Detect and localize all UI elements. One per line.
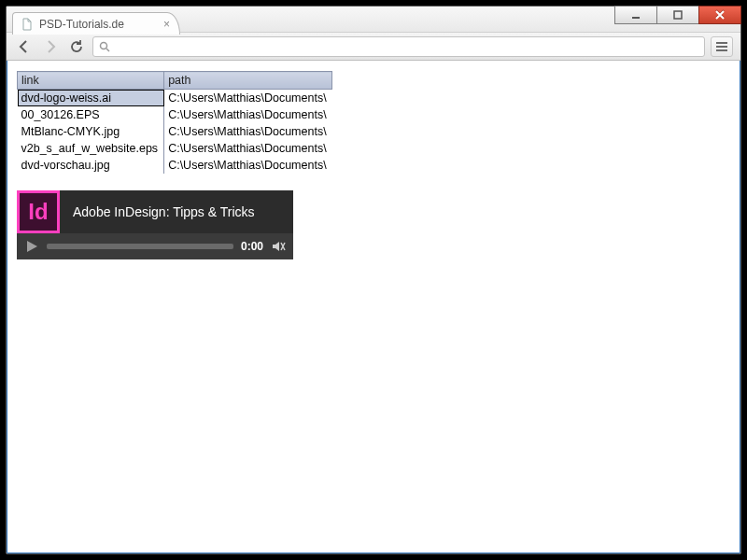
browser-toolbar [7,33,740,61]
video-player: Id Adobe InDesign: Tipps & Tricks 0:00 [17,190,293,259]
cell-link: dvd-logo-weiss.ai [18,90,164,107]
maximize-button[interactable] [656,6,699,24]
close-tab-icon[interactable]: × [163,18,170,31]
links-table: link path dvd-logo-weiss.aiC:\Users\Matt… [17,71,332,174]
address-bar[interactable] [92,36,705,57]
back-button[interactable] [14,36,35,57]
forward-button[interactable] [40,36,61,57]
table-row[interactable]: v2b_s_auf_w_website.epsC:\Users\Matthias… [18,140,332,157]
cell-path: C:\Users\Matthias\Documents\ [164,90,332,107]
mute-button[interactable] [271,239,286,254]
column-header-path[interactable]: path [164,72,332,90]
column-header-link[interactable]: link [18,72,164,90]
svg-rect-1 [674,11,682,19]
play-button[interactable] [24,239,39,254]
table-row[interactable]: dvd-logo-weiss.aiC:\Users\Matthias\Docum… [18,90,332,107]
cell-path: C:\Users\Matthias\Documents\ [164,157,332,174]
close-window-button[interactable] [698,6,741,24]
cell-link: MtBlanc-CMYK.jpg [18,123,164,140]
chrome-menu-button[interactable] [711,36,733,57]
tab-title: PSD-Tutorials.de [39,18,124,31]
minimize-button[interactable] [614,6,657,24]
video-header: Id Adobe InDesign: Tipps & Tricks [17,190,293,233]
svg-point-2 [101,42,107,49]
table-row[interactable]: dvd-vorschau.jpgC:\Users\Matthias\Docume… [18,157,332,174]
video-controls: 0:00 [17,233,293,259]
browser-window: PSD-Tutorials.de × link path [6,6,741,554]
cell-link: dvd-vorschau.jpg [18,157,164,174]
cell-link: v2b_s_auf_w_website.eps [18,140,164,157]
table-row[interactable]: 00_30126.EPSC:\Users\Matthias\Documents\ [18,106,332,123]
cell-path: C:\Users\Matthias\Documents\ [164,123,332,140]
indesign-app-icon: Id [17,190,60,233]
browser-tab[interactable]: PSD-Tutorials.de × [12,12,180,35]
tab-strip: PSD-Tutorials.de × [12,10,180,35]
cell-path: C:\Users\Matthias\Documents\ [164,106,332,123]
page-content: link path dvd-logo-weiss.aiC:\Users\Matt… [7,62,740,553]
cell-path: C:\Users\Matthias\Documents\ [164,140,332,157]
video-title: Adobe InDesign: Tipps & Tricks [60,204,255,219]
reload-button[interactable] [66,36,87,57]
search-icon [99,41,110,52]
cell-link: 00_30126.EPS [18,106,164,123]
table-row[interactable]: MtBlanc-CMYK.jpgC:\Users\Matthias\Docume… [18,123,332,140]
svg-rect-0 [632,17,640,19]
window-titlebar: PSD-Tutorials.de × [7,7,740,33]
indesign-badge-text: Id [28,199,48,225]
time-display: 0:00 [241,240,263,253]
file-icon [21,18,34,31]
seek-bar[interactable] [47,244,233,249]
table-body: dvd-logo-weiss.aiC:\Users\Matthias\Docum… [18,90,332,175]
window-controls [614,7,740,32]
